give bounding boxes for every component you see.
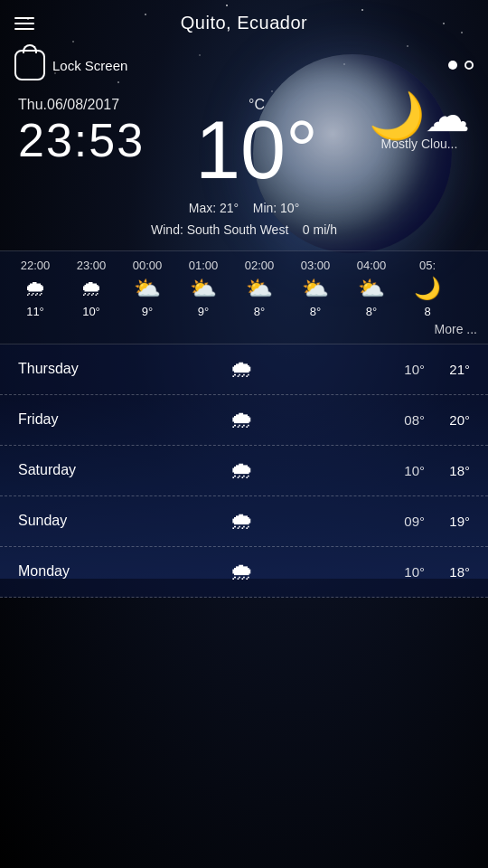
day-row: Friday 🌧 08° 20° bbox=[0, 395, 488, 446]
hour-time: 01:00 bbox=[189, 259, 219, 272]
weather-main: Thu.06/08/2017 23:53 °C 10° 🌙☁ Mostly Cl… bbox=[0, 88, 488, 241]
hour-temp: 8 bbox=[424, 305, 430, 318]
hour-item: 02:00 ⛅ 8° bbox=[231, 259, 287, 318]
day-name: Monday bbox=[18, 563, 108, 580]
daily-section: Thursday 🌧 10° 21° Friday 🌧 08° 20° Satu… bbox=[0, 344, 488, 598]
day-min-temp: 10° bbox=[374, 362, 425, 377]
hourly-scroll[interactable]: 22:00 🌧 11° 23:00 🌧 10° 00:00 ⛅ 9° 01:00… bbox=[0, 259, 488, 318]
wind-row: Wind: South South West 0 mi/h bbox=[18, 220, 470, 241]
city-title: Quito, Ecuador bbox=[181, 13, 307, 33]
day-name: Thursday bbox=[18, 361, 108, 377]
date-display: Thu.06/08/2017 bbox=[18, 97, 145, 113]
day-icon: 🌧 bbox=[108, 457, 374, 485]
weather-details: Max: 21° Min: 10° Wind: South South West… bbox=[18, 198, 470, 241]
header: Quito, Ecuador bbox=[0, 0, 488, 46]
hour-icon: ⛅ bbox=[358, 276, 385, 301]
date-time-section: Thu.06/08/2017 23:53 bbox=[18, 97, 145, 164]
hour-icon: 🌙 bbox=[414, 276, 441, 301]
max-min-row: Max: 21° Min: 10° bbox=[18, 198, 470, 220]
hour-item: 23:00 🌧 10° bbox=[63, 259, 119, 318]
hour-temp: 9° bbox=[198, 305, 209, 318]
hour-temp: 10° bbox=[82, 305, 100, 318]
day-min-temp: 10° bbox=[374, 463, 425, 478]
day-row: Sunday 🌧 09° 19° bbox=[0, 496, 488, 547]
hour-icon: 🌧 bbox=[80, 276, 102, 301]
day-icon: 🌧 bbox=[108, 558, 374, 586]
unit-label: °C bbox=[249, 97, 265, 113]
min-temp: Min: 10° bbox=[253, 201, 300, 215]
hour-temp: 8° bbox=[366, 305, 377, 318]
hour-time: 22:00 bbox=[21, 259, 51, 272]
wind-direction: Wind: South South West bbox=[151, 222, 288, 237]
more-button[interactable]: More ... bbox=[0, 318, 488, 340]
hour-item: 05: 🌙 8 bbox=[399, 259, 455, 318]
max-temp: Max: 21° bbox=[189, 201, 239, 215]
day-icon: 🌧 bbox=[108, 355, 374, 383]
lock-icon bbox=[14, 50, 45, 80]
hour-temp: 11° bbox=[26, 305, 44, 318]
dot-inactive bbox=[465, 61, 474, 70]
day-max-temp: 19° bbox=[425, 514, 470, 529]
dot-active bbox=[448, 61, 457, 70]
day-min-temp: 10° bbox=[374, 564, 425, 580]
day-max-temp: 18° bbox=[425, 564, 470, 580]
hour-icon: 🌧 bbox=[24, 276, 46, 301]
hourly-section: 22:00 🌧 11° 23:00 🌧 10° 00:00 ⛅ 9° 01:00… bbox=[0, 250, 488, 344]
hour-icon: ⛅ bbox=[190, 276, 217, 301]
temperature-section: °C 10° bbox=[195, 97, 318, 191]
day-row: Saturday 🌧 10° 18° bbox=[0, 446, 488, 496]
day-name: Sunday bbox=[18, 513, 108, 529]
hour-item: 01:00 ⛅ 9° bbox=[175, 259, 231, 318]
day-icon: 🌧 bbox=[108, 507, 374, 535]
day-max-temp: 18° bbox=[425, 463, 470, 478]
wind-speed: 0 mi/h bbox=[303, 222, 337, 237]
hour-time: 03:00 bbox=[301, 259, 331, 272]
day-row: Monday 🌧 10° 18° bbox=[0, 547, 488, 598]
menu-button[interactable] bbox=[14, 17, 34, 30]
condition-label: Mostly Clou... bbox=[381, 137, 458, 151]
day-name: Saturday bbox=[18, 462, 108, 478]
hour-time: 05: bbox=[419, 259, 436, 272]
time-display: 23:53 bbox=[18, 117, 145, 164]
main-weather-icon: 🌙☁ bbox=[369, 90, 470, 142]
hour-temp: 8° bbox=[254, 305, 265, 318]
lock-screen-row: Lock Screen bbox=[0, 46, 488, 88]
hour-item: 00:00 ⛅ 9° bbox=[119, 259, 175, 318]
hour-temp: 9° bbox=[142, 305, 153, 318]
day-name: Friday bbox=[18, 411, 108, 428]
hour-time: 02:00 bbox=[245, 259, 275, 272]
day-max-temp: 20° bbox=[425, 412, 470, 428]
hour-icon: ⛅ bbox=[246, 276, 273, 301]
page-indicators bbox=[448, 61, 474, 70]
hour-item: 22:00 🌧 11° bbox=[7, 259, 63, 318]
hour-time: 23:00 bbox=[77, 259, 107, 272]
day-max-temp: 21° bbox=[425, 362, 470, 377]
current-temp: 10° bbox=[195, 109, 318, 191]
hour-time: 00:00 bbox=[133, 259, 163, 272]
condition-section: 🌙☁ Mostly Clou... bbox=[369, 97, 470, 151]
hour-time: 04:00 bbox=[357, 259, 387, 272]
hour-item: 03:00 ⛅ 8° bbox=[287, 259, 343, 318]
day-min-temp: 09° bbox=[374, 514, 425, 529]
lock-label: Lock Screen bbox=[52, 58, 127, 73]
hour-icon: ⛅ bbox=[134, 276, 161, 301]
hour-item: 04:00 ⛅ 8° bbox=[343, 259, 399, 318]
day-icon: 🌧 bbox=[108, 406, 374, 434]
hour-temp: 8° bbox=[310, 305, 321, 318]
day-min-temp: 08° bbox=[374, 412, 425, 428]
day-row: Thursday 🌧 10° 21° bbox=[0, 344, 488, 395]
hour-icon: ⛅ bbox=[302, 276, 329, 301]
